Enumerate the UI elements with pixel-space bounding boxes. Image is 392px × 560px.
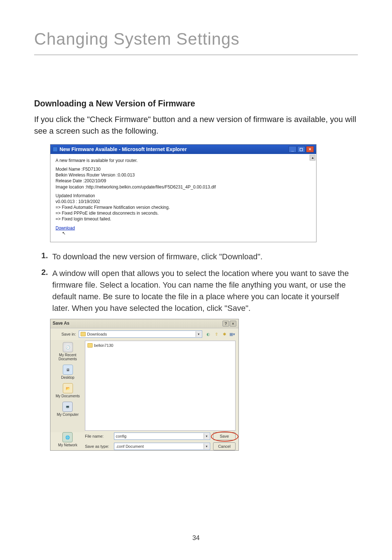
sidebar-desktop[interactable]: 🖥 Desktop	[61, 365, 74, 380]
mynetwork-icon: 🌐	[62, 432, 73, 442]
page-title: Changing System Settings	[34, 29, 358, 55]
ie-logo-icon	[53, 147, 58, 152]
savetype-dropdown[interactable]: .conf Document ▾	[114, 443, 210, 450]
savein-dropdown[interactable]: Downloads ▾	[79, 330, 202, 338]
sidebar-mycomputer-label: My Computer	[57, 413, 78, 417]
save-as-sidebar: 🕘 My Recent Documents 🖥 Desktop 📂 My Doc…	[50, 340, 85, 432]
firmware-notice: A new firmware is available for your rou…	[56, 158, 311, 163]
version-line: Belkin Wireless Router Version :0.00.013	[56, 172, 311, 178]
file-area[interactable]: belkin7130	[85, 341, 236, 431]
recent-docs-icon: 🕘	[63, 342, 73, 352]
ie-window-title: New Firmware Available - Microsoft Inter…	[60, 146, 187, 152]
step-1-text: To download the new version of firmware,…	[52, 251, 358, 263]
folder-item-belkin[interactable]: belkin7130	[87, 343, 233, 348]
filename-label: File name:	[85, 434, 111, 438]
download-link[interactable]: Download	[56, 226, 75, 231]
sidebar-desktop-label: Desktop	[61, 376, 74, 380]
savetype-value: .conf Document	[116, 444, 144, 449]
page-number: 34	[0, 534, 392, 542]
release-date-line: Release Date :2002/10/09	[56, 178, 311, 184]
ie-firmware-window: New Firmware Available - Microsoft Inter…	[50, 144, 317, 242]
sidebar-mycomputer[interactable]: 💻 My Computer	[57, 402, 78, 417]
save-as-titlebar: Save As ? ×	[50, 319, 238, 328]
cancel-button[interactable]: Cancel	[213, 442, 236, 450]
updated-info-heading: Updated Information	[56, 193, 311, 199]
desktop-icon: 🖥	[63, 365, 73, 375]
save-button-label: Save	[220, 434, 229, 438]
chevron-down-icon: ▾	[196, 331, 201, 337]
new-folder-icon[interactable]: ✱	[221, 331, 228, 337]
cancel-button-label: Cancel	[218, 444, 230, 449]
savein-value: Downloads	[87, 332, 107, 336]
image-location-line: Image location :http://networking.belkin…	[56, 184, 311, 190]
chevron-down-icon: ▾	[204, 433, 209, 439]
close-button[interactable]: ×	[230, 321, 236, 326]
sidebar-mydocs[interactable]: 📂 My Documents	[56, 383, 80, 398]
sidebar-mynetwork-label: My Network	[58, 443, 77, 447]
sidebar-mynetwork[interactable]: 🌐 My Network	[58, 432, 77, 447]
minimize-button[interactable]: _	[289, 146, 297, 153]
step-1: 1. To download the new version of firmwa…	[34, 251, 358, 263]
help-button[interactable]: ?	[222, 321, 229, 326]
up-folder-icon[interactable]: ⇧	[213, 331, 220, 337]
scrollbar-up-icon[interactable]: ▴	[310, 155, 315, 161]
mydocs-icon: 📂	[63, 383, 73, 393]
save-as-title: Save As	[53, 321, 69, 326]
step-2: 2. A window will open that allows you to…	[34, 268, 358, 314]
folder-icon	[81, 332, 86, 336]
sidebar-mydocs-label: My Documents	[56, 394, 80, 398]
folder-icon	[87, 343, 93, 348]
ie-content: ▴ A new firmware is available for your r…	[50, 154, 316, 242]
section-intro: If you click the "Check Firmware" button…	[34, 114, 358, 137]
section-heading: Downloading a New Version of Firmware	[34, 99, 358, 109]
sidebar-recent-label: My Recent Documents	[51, 353, 84, 361]
cursor-icon: ↖	[62, 230, 318, 236]
fix-line-2: => Fixed PPPoE idle timeout disconnects …	[56, 210, 311, 216]
views-icon[interactable]: ▦▾	[229, 331, 236, 337]
savein-label: Save in:	[53, 332, 76, 336]
ie-titlebar: New Firmware Available - Microsoft Inter…	[50, 145, 316, 154]
filename-value: config	[116, 434, 126, 438]
back-icon[interactable]: ◐	[205, 331, 212, 337]
maximize-button[interactable]: ◻	[297, 146, 305, 153]
close-button[interactable]: ×	[306, 146, 314, 153]
fix-line-3: => Fixed login timeout failed.	[56, 216, 311, 222]
step-2-number: 2.	[34, 268, 52, 314]
step-1-number: 1.	[34, 251, 52, 263]
step-2-text: A window will open that allows you to se…	[52, 268, 358, 314]
folder-item-label: belkin7130	[94, 343, 113, 348]
save-as-dialog: Save As ? × Save in: Downloads ▾ ◐ ⇧ ✱ ▦…	[50, 319, 239, 451]
mycomputer-icon: 💻	[62, 402, 73, 412]
chevron-down-icon: ▾	[204, 443, 209, 449]
filename-input[interactable]: config ▾	[114, 433, 210, 440]
fix-line-1: => Fixed Automatic Firmware Notification…	[56, 204, 311, 210]
model-name-line: Model Name :F5D7130	[56, 166, 311, 172]
updated-version-line: v0.00.013 : 10/19/2002	[56, 199, 311, 204]
save-button[interactable]: Save	[213, 432, 236, 440]
savetype-label: Save as type:	[85, 444, 111, 449]
sidebar-recent[interactable]: 🕘 My Recent Documents	[51, 342, 84, 361]
